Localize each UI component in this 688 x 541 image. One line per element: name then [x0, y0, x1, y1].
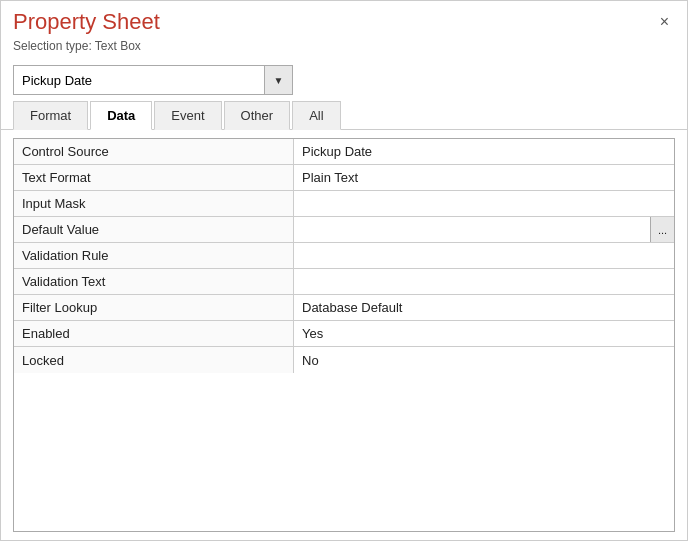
tab-event[interactable]: Event [154, 101, 221, 130]
property-value: Plain Text [294, 165, 674, 190]
table-row: Default Value... [14, 217, 674, 243]
property-label: Locked [14, 347, 294, 373]
chevron-down-icon[interactable]: ▼ [264, 66, 292, 94]
property-label: Default Value [14, 217, 294, 242]
property-label: Validation Text [14, 269, 294, 294]
property-sheet-window: Property Sheet × Selection type: Text Bo… [0, 0, 688, 541]
property-label: Control Source [14, 139, 294, 164]
property-value: Database Default [294, 295, 674, 320]
property-label: Text Format [14, 165, 294, 190]
property-value [294, 191, 674, 216]
table-row: Text FormatPlain Text [14, 165, 674, 191]
table-row: Control SourcePickup Date [14, 139, 674, 165]
tab-format[interactable]: Format [13, 101, 88, 130]
dropdown-row: Pickup Date ▼ [1, 61, 687, 101]
table-row: Validation Text [14, 269, 674, 295]
property-value: No [294, 347, 674, 373]
property-value [294, 269, 674, 294]
property-value: Pickup Date [294, 139, 674, 164]
table-row: Validation Rule [14, 243, 674, 269]
tab-bar: Format Data Event Other All [1, 101, 687, 130]
selection-dropdown[interactable]: Pickup Date ▼ [13, 65, 293, 95]
window-title: Property Sheet [13, 9, 160, 35]
table-row: Filter LookupDatabase Default [14, 295, 674, 321]
properties-grid: Control SourcePickup DateText FormatPlai… [13, 138, 675, 532]
table-row: EnabledYes [14, 321, 674, 347]
property-label: Enabled [14, 321, 294, 346]
table-row: LockedNo [14, 347, 674, 373]
property-label: Filter Lookup [14, 295, 294, 320]
subtitle: Selection type: Text Box [1, 39, 687, 61]
title-bar: Property Sheet × [1, 1, 687, 39]
table-row: Input Mask [14, 191, 674, 217]
ellipsis-button[interactable]: ... [650, 217, 674, 242]
close-button[interactable]: × [654, 11, 675, 33]
tab-all[interactable]: All [292, 101, 340, 130]
property-label: Input Mask [14, 191, 294, 216]
tab-data[interactable]: Data [90, 101, 152, 130]
dropdown-value: Pickup Date [14, 69, 264, 92]
tab-other[interactable]: Other [224, 101, 291, 130]
property-value [294, 243, 674, 268]
property-label: Validation Rule [14, 243, 294, 268]
property-value: Yes [294, 321, 674, 346]
property-value[interactable]: ... [294, 217, 674, 242]
